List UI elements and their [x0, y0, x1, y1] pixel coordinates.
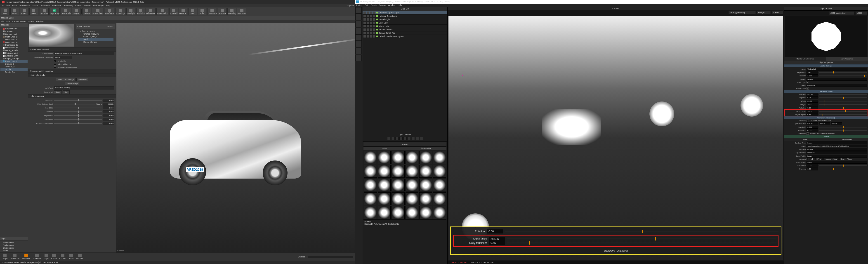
gb-curve[interactable]: Curve	[51, 254, 57, 260]
light-row[interactable]: Round Light	[363, 18, 447, 21]
mat-item[interactable]: Chrome matt	[0, 33, 28, 35]
preset-item[interactable]	[364, 165, 377, 178]
preset-item[interactable]	[433, 178, 446, 192]
hdr-canvas[interactable]	[448, 16, 783, 260]
tool-move[interactable]	[355, 7, 362, 13]
save-settings-button[interactable]: Save Settings	[65, 82, 79, 86]
preset-item[interactable]	[433, 165, 446, 178]
saturation-input[interactable]: 1.000	[807, 164, 818, 167]
tb-selection[interactable]: Selection	[218, 8, 226, 15]
tool-add[interactable]	[355, 41, 362, 47]
canvas-colorspace[interactable]: sRGB [rgbMonitor]	[728, 11, 756, 14]
tb-downscale[interactable]: Downscale	[61, 8, 71, 15]
rotation-input[interactable]: 0.00	[807, 106, 818, 109]
tb-headlight[interactable]: Headlight	[126, 8, 135, 15]
gb-render[interactable]: Render	[76, 254, 83, 260]
env-dropdown[interactable]: HDRLightStudioLive Environment	[54, 52, 114, 55]
tb-raytracing[interactable]: RTRaytracing	[50, 8, 60, 15]
latitude-slider[interactable]	[819, 94, 867, 95]
menu-interaction[interactable]: Interaction	[52, 4, 61, 7]
lc-btn[interactable]	[395, 137, 399, 140]
tb-simpleui[interactable]: Simple UI	[237, 8, 246, 15]
sat-value[interactable]: 1.000	[103, 118, 114, 121]
sat-slider[interactable]	[54, 119, 102, 120]
light-handle[interactable]	[462, 75, 463, 75]
tb-presentation[interactable]: Presentation	[156, 8, 168, 15]
preset-item[interactable]	[433, 192, 446, 205]
latitude-input[interactable]: -86.30	[807, 93, 818, 96]
preset-tab-studio[interactable]: StudioLights	[405, 147, 447, 150]
hue-slider[interactable]	[54, 108, 102, 108]
timeline-slider[interactable]	[308, 256, 353, 258]
visible-check[interactable]: ✓	[54, 60, 56, 62]
opacity-slider[interactable]	[819, 75, 867, 76]
light-row[interactable]: Warm Light	[363, 25, 447, 28]
light-enabled-icon[interactable]	[376, 32, 378, 34]
env-preview[interactable]	[29, 24, 74, 46]
height-input[interactable]: 20.00	[807, 103, 818, 106]
canvas-light[interactable]	[649, 101, 674, 126]
rotation-slider[interactable]	[819, 108, 867, 108]
mat-item[interactable]: Dashboard St	[0, 44, 28, 46]
dollymult-slider[interactable]	[819, 114, 867, 115]
lc-btn[interactable]	[420, 137, 423, 140]
tab-render-settings[interactable]: Render View Settings	[784, 57, 826, 61]
colorprofile-dropdown[interactable]: linear	[807, 155, 867, 158]
mat-item[interactable]: Outdoor_S	[0, 65, 28, 68]
env-item[interactable]: Orange_Seaview	[78, 33, 114, 35]
tb-sceneplates[interactable]: Sceneplates	[92, 8, 104, 15]
preset-item[interactable]	[392, 178, 404, 192]
contenttype-dropdown[interactable]: Image	[807, 141, 867, 144]
adv-rotations-check[interactable]	[807, 132, 809, 135]
mat-item[interactable]: Emissive Whit	[0, 55, 28, 57]
width-slider[interactable]	[819, 101, 867, 101]
falloff-dropdown[interactable]: Quadratic	[807, 84, 867, 87]
lc-btn[interactable]	[408, 137, 411, 140]
mat-item[interactable]: Emissive Whit	[0, 52, 28, 55]
preset-item[interactable]	[378, 151, 391, 164]
light-enabled-icon[interactable]	[376, 22, 378, 24]
hm-create[interactable]: Create	[371, 4, 377, 6]
lc-btn[interactable]	[412, 137, 415, 140]
me-preview[interactable]: Preview	[36, 20, 43, 23]
shadow-check[interactable]	[54, 66, 56, 69]
handleu-input[interactable]: 0.000	[807, 126, 818, 129]
lc-btn[interactable]	[391, 137, 395, 140]
mat-item[interactable]: Cloth Linen C	[0, 35, 28, 38]
dollymult-input[interactable]: 0.45	[807, 113, 818, 116]
contrast-slider[interactable]	[54, 111, 102, 112]
preset-item[interactable]	[364, 206, 377, 219]
lc-btn[interactable]	[416, 137, 419, 140]
connected-button[interactable]: Connected	[76, 78, 88, 81]
canvas-light[interactable]	[542, 109, 601, 145]
gb-materials[interactable]: Materials	[22, 254, 31, 260]
tool-target[interactable]	[355, 48, 362, 54]
flip-check[interactable]	[814, 158, 816, 160]
mat-item[interactable]: Dashboard re	[0, 41, 28, 44]
preset-item[interactable]	[392, 192, 404, 205]
env-item[interactable]: ▾ Environments	[78, 30, 114, 33]
show-button[interactable]: Show	[54, 90, 62, 94]
canvas-light[interactable]	[741, 94, 763, 117]
light-preview[interactable]	[785, 16, 867, 57]
image-path[interactable]: vmap/presets/tx/dXXd106-6f36-463a-b94a-3…	[807, 145, 867, 147]
env-item-studio[interactable]: Studio	[78, 38, 114, 41]
lc-btn[interactable]	[387, 137, 391, 140]
menu-help[interactable]: Help	[106, 4, 110, 7]
name-input[interactable]: Umbrella 1	[807, 68, 867, 70]
colormode-dropdown[interactable]: Color	[807, 161, 867, 164]
tag-item[interactable]: Environment	[0, 241, 28, 244]
hm-help[interactable]: Help	[398, 4, 402, 6]
light-enabled-icon[interactable]	[376, 15, 378, 17]
preset-item[interactable]	[378, 178, 391, 192]
preset-item[interactable]	[433, 151, 446, 164]
light-row-umbrella[interactable]: Umbrella 1 [Area Lght]	[363, 11, 447, 14]
tb-isolate[interactable]: Isolate	[83, 8, 91, 15]
tool-pick[interactable]	[355, 28, 362, 34]
mat-item[interactable]: Studio	[0, 68, 28, 71]
tb-new[interactable]: New	[1, 8, 9, 15]
light-row[interactable]: Default Gradient Background	[363, 35, 447, 38]
tb-wireframe[interactable]: Wireframe	[105, 8, 115, 15]
preview-colorspace[interactable]: sRGB [rgbMonitor]	[829, 11, 854, 15]
mat-item[interactable]: Dashboard wi	[0, 46, 28, 49]
